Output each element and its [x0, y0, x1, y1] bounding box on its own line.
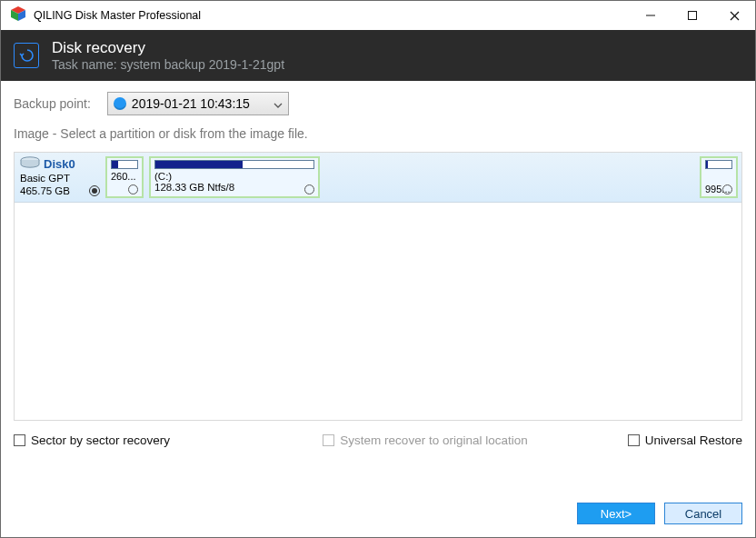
backup-point-value: 2019-01-21 10:43:15 — [132, 96, 250, 111]
sector-recovery-option[interactable]: Sector by sector recovery — [14, 433, 170, 447]
checkbox-icon — [628, 434, 640, 446]
partition-gap — [325, 156, 694, 198]
app-window: QILING Disk Master Professional Disk rec… — [0, 0, 756, 538]
partition-main-radio[interactable] — [304, 184, 314, 194]
disk-type: Basic GPT — [20, 173, 100, 185]
window-controls — [630, 2, 755, 30]
partition-small[interactable]: 260... — [105, 156, 144, 198]
partition-main[interactable]: (C:) 128.33 GB Ntfs/8 — [149, 156, 320, 198]
partition-main-detail: 128.33 GB Ntfs/8 — [154, 182, 314, 193]
disk-size: 465.75 GB — [20, 185, 100, 198]
partition-tail[interactable]: 995... — [700, 156, 738, 198]
window-title: QILING Disk Master Professional — [34, 9, 201, 22]
chevron-down-icon — [274, 96, 283, 111]
minimize-button[interactable] — [630, 2, 671, 30]
task-name: Task name: system backup 2019-1-21gpt — [52, 57, 284, 74]
app-icon — [10, 5, 26, 25]
page-header: Disk recovery Task name: system backup 2… — [1, 30, 755, 81]
titlebar: QILING Disk Master Professional — [1, 1, 755, 30]
partition-tail-fill — [706, 161, 708, 168]
checkbox-icon — [323, 434, 334, 446]
partition-small-radio[interactable] — [128, 184, 138, 194]
svg-rect-4 — [689, 12, 697, 20]
disk-radio[interactable] — [89, 185, 100, 196]
cancel-button[interactable]: Cancel — [664, 503, 742, 524]
disk-row[interactable]: Disk0 Basic GPT 465.75 GB 260... (C:) 12… — [15, 153, 741, 203]
partition-small-fill — [112, 161, 118, 168]
backup-point-select[interactable]: 2019-01-21 10:43:15 — [107, 92, 289, 115]
checkbox-icon — [14, 434, 25, 446]
next-button[interactable]: Next> — [577, 503, 655, 524]
disk-info: Disk0 Basic GPT 465.75 GB — [18, 156, 100, 198]
image-note: Image - Select a partition or disk from … — [14, 126, 742, 141]
partition-list: Disk0 Basic GPT 465.75 GB 260... (C:) 12… — [14, 152, 742, 421]
recovery-icon — [14, 43, 39, 68]
sector-recovery-label: Sector by sector recovery — [31, 433, 170, 447]
page-title: Disk recovery — [52, 38, 284, 57]
universal-restore-label: Universal Restore — [645, 433, 742, 447]
disk-name: Disk0 — [44, 157, 75, 172]
backup-point-label: Backup point: — [14, 96, 91, 111]
partition-main-fill — [155, 161, 243, 168]
partition-main-drive: (C:) — [154, 171, 314, 182]
partition-small-label: 260... — [111, 171, 138, 182]
disc-icon — [114, 97, 126, 110]
system-original-label: System recover to original location — [340, 433, 527, 447]
maximize-button[interactable] — [671, 2, 713, 30]
close-button[interactable] — [713, 2, 755, 30]
partition-tail-radio[interactable] — [722, 184, 732, 194]
universal-restore-option[interactable]: Universal Restore — [628, 433, 742, 447]
hdd-icon — [20, 156, 40, 173]
action-bar: Next> Cancel — [1, 492, 755, 537]
system-original-option: System recover to original location — [323, 433, 527, 447]
